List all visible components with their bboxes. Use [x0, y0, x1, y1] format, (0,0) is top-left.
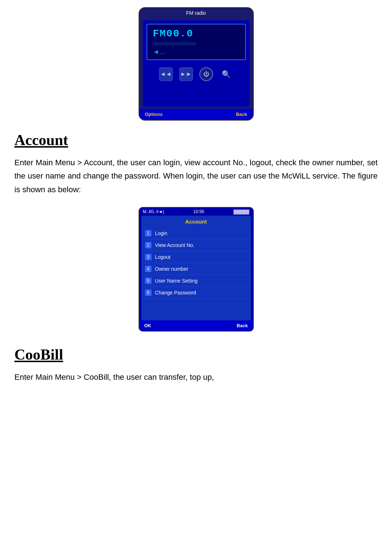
fm-options-button[interactable]: Options — [145, 112, 163, 117]
menu-number-3: 3 — [145, 254, 152, 260]
menu-label-owner: Owner number — [155, 266, 189, 272]
fm-controls: ◄◄ ►► ⏻ 🔍 — [147, 67, 246, 81]
account-description: Enter Main Menu > Account, the user can … — [14, 156, 378, 196]
menu-number-5: 5 — [145, 278, 152, 284]
account-menu-item-owner[interactable]: 4 Owner number — [141, 263, 251, 275]
menu-label-login: Login — [155, 230, 167, 236]
fm-back-button[interactable]: Back — [236, 112, 247, 117]
account-menu-item-logout[interactable]: 3 Logout — [141, 251, 251, 263]
fm-radio-section: FM radio FM00.0 ||||||||||||||||||||||||… — [14, 7, 378, 121]
account-ok-button[interactable]: OK — [144, 323, 152, 328]
account-menu-title: Account — [141, 216, 251, 228]
account-phone-section: M..llG..ll◄) 10:56 ▓▓▓▓▓ Account 1 Login… — [14, 207, 378, 332]
account-bottom-space — [141, 299, 251, 320]
fm-softkeys: Options Back — [139, 109, 253, 120]
fm-radio-screen: FM00.0 |||||||||||||||||||||||||||||||||… — [143, 20, 249, 107]
fm-power-button[interactable]: ⏻ — [199, 67, 213, 81]
menu-number-2: 2 — [145, 242, 152, 248]
account-softkeys: OK Back — [139, 320, 253, 331]
menu-number-1: 1 — [145, 230, 152, 237]
menu-number-6: 6 — [145, 289, 152, 296]
account-menu-item-username[interactable]: 5 User Name Setting — [141, 275, 251, 287]
fm-signal-bars: |||||||||||||||||||||||||||||||||||||||| — [153, 41, 239, 45]
menu-label-password: Change Password — [155, 290, 196, 296]
account-heading: Account — [14, 131, 378, 149]
menu-number-4: 4 — [145, 266, 152, 272]
account-back-button[interactable]: Back — [236, 323, 248, 328]
fm-radio-phone: FM radio FM00.0 ||||||||||||||||||||||||… — [139, 7, 254, 121]
account-time: 10:56 — [193, 209, 204, 214]
fm-radio-title: FM radio — [139, 8, 253, 18]
coobill-description: Enter Main Menu > CooBill, the user can … — [14, 370, 378, 384]
menu-label-logout: Logout — [155, 254, 171, 260]
fm-forward-button[interactable]: ►► — [179, 67, 193, 81]
fm-display: FM00.0 |||||||||||||||||||||||||||||||||… — [147, 24, 246, 60]
account-battery: ▓▓▓▓▓ — [234, 209, 249, 214]
fm-rewind-button[interactable]: ◄◄ — [159, 67, 173, 81]
account-signal: M..llG..ll◄) — [143, 209, 164, 214]
account-phone: M..llG..ll◄) 10:56 ▓▓▓▓▓ Account 1 Login… — [139, 207, 254, 332]
fm-frequency: FM00.0 — [153, 28, 239, 39]
fm-search-button[interactable]: 🔍 — [220, 67, 233, 81]
account-menu-item-viewaccount[interactable]: 2 View Account No. — [141, 239, 251, 251]
account-status-bar: M..llG..ll◄) 10:56 ▓▓▓▓▓ — [139, 208, 253, 216]
coobill-heading: CooBill — [14, 346, 378, 363]
account-screen: Account 1 Login 2 View Account No. 3 Log… — [141, 216, 251, 299]
menu-label-viewaccount: View Account No. — [155, 242, 194, 248]
account-menu-item-password[interactable]: 6 Change Password — [141, 287, 251, 299]
account-menu-item-login[interactable]: 1 Login — [141, 228, 251, 239]
menu-label-username: User Name Setting — [155, 278, 198, 284]
fm-volume-icon: ◄… — [153, 48, 239, 56]
